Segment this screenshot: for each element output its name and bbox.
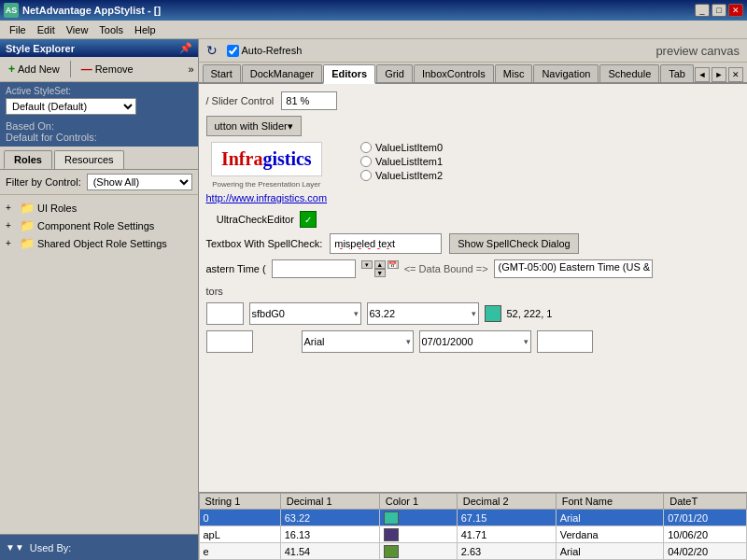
collapse-icon[interactable]: ▼▼ [6,542,24,553]
radio-item-1[interactable]: ValueListItem1 [360,156,443,167]
filter-label: Filter by Control: [6,176,81,188]
editor-value-select-1[interactable]: 63.22 ▾ [367,302,479,325]
col-header-color1[interactable]: Color 1 [379,494,457,510]
dt-input[interactable] [272,259,356,278]
menu-bar: File Edit View Tools Help [0,21,747,39]
editor-font-select-1[interactable]: sfbdG0 ▾ [249,302,361,325]
auto-refresh-checkbox[interactable]: Auto-Refresh [227,45,303,57]
color-swatch-1[interactable] [485,305,501,322]
tab-editors[interactable]: Editors [323,64,375,84]
tree-item-ui-roles[interactable]: + 📁 UI Roles [4,199,194,217]
folder-icon: 📁 [20,201,35,215]
based-on-section: Based On: Default for Controls: [0,119,198,147]
spellcheck-button[interactable]: Show SpellCheck Dialog [449,233,578,254]
minus-icon: — [81,63,92,76]
editors-label: tors [206,286,740,297]
dt-calendar-icon[interactable]: 📅 [388,260,399,269]
dt-bound-label: <= Data Bound => [404,263,488,274]
table-row[interactable]: 0 63.22 67.15 Arial 07/01/20 [199,510,747,526]
preview-title: preview canvas [655,44,740,58]
radio-item-2[interactable]: ValueListItem2 [360,170,443,181]
editor-box-3[interactable] [537,330,593,353]
styleset-select[interactable]: Default (Default) [6,98,136,115]
tab-schedule[interactable]: Schedule [599,64,659,82]
table-row[interactable]: e 41.54 2.63 Arial 04/02/20 [199,543,747,560]
radio-0-label: ValueListItem0 [375,142,443,153]
used-by-section: ▼▼ Used By: [0,534,198,560]
tab-misc[interactable]: Misc [495,64,533,82]
cell-date: 10/06/20 [664,526,747,543]
editors-row-1: sfbdG0 ▾ 63.22 ▾ 52, 222, 1 [206,302,740,325]
check-box-green[interactable]: ✓ [300,211,317,228]
plus-icon: + [8,63,15,76]
minimize-button[interactable]: _ [695,4,710,17]
menu-file[interactable]: File [4,22,32,37]
maximize-button[interactable]: □ [712,4,726,17]
logo-radio-row: Infragistics Powering the Presentation L… [206,142,740,228]
tab-navigation[interactable]: Navigation [533,64,599,82]
cell-decimal2: 67.15 [457,510,556,526]
radio-group: ValueListItem0 ValueListItem1 ValueListI… [360,142,443,181]
filter-control-select[interactable]: (Show All) [87,174,192,190]
tab-grid[interactable]: Grid [376,64,413,82]
folder-icon: 📁 [20,236,35,250]
menu-view[interactable]: View [61,22,94,37]
tab-inboxcontrols[interactable]: InboxControls [414,64,494,82]
dt-spin-down[interactable]: ▼ [374,269,386,277]
panel-options-button[interactable]: » [188,63,193,75]
cell-font: Arial [556,510,663,526]
radio-2-circle [360,170,372,181]
col-header-string1[interactable]: String 1 [199,494,280,510]
menu-edit[interactable]: Edit [32,22,61,37]
grid-area: String 1 Decimal 1 Color 1 Decimal 2 Fon… [199,492,748,560]
radio-item-0[interactable]: ValueListItem0 [360,142,443,153]
tab-scroll-right[interactable]: ► [712,67,726,82]
menu-tools[interactable]: Tools [93,22,129,37]
preview-panel: ↻ Auto-Refresh preview canvas Start Dock… [199,39,748,560]
cell-color1 [379,526,457,543]
tree-item-shared-roles[interactable]: + 📁 Shared Object Role Settings [4,234,194,252]
dt-spin-up[interactable]: ▲ [374,260,386,269]
panel-toolbar: + Add New — Remove » [0,57,198,82]
cell-date: 07/01/20 [664,510,747,526]
refresh-icon[interactable]: ↻ [206,43,221,58]
slider-input[interactable] [281,91,337,110]
menu-help[interactable]: Help [129,22,162,37]
table-row[interactable]: apL 16.13 41.71 Verdana 10/06/20 [199,526,747,543]
preview-tabs-bar: Start DockManager Editors Grid InboxCont… [199,63,748,84]
auto-refresh-input[interactable] [227,45,239,57]
col-header-datet[interactable]: DateT [664,494,747,510]
tree-item-component-roles[interactable]: + 📁 Component Role Settings [4,217,194,234]
remove-button[interactable]: — Remove [77,60,138,78]
active-styleset-label: Active StyleSet: [6,86,192,96]
col-header-decimal1[interactable]: Decimal 1 [280,494,379,510]
spellcheck-row: Textbox With SpellCheck: Show SpellCheck… [206,233,740,254]
spellcheck-input[interactable] [330,233,442,254]
editor-font-select-2[interactable]: Arial ▾ [302,330,414,353]
tab-dockmanager[interactable]: DockManager [242,64,322,82]
editor-select-arrow-2: ▾ [472,309,476,318]
add-new-button[interactable]: + Add New [4,60,64,78]
editor-date-select[interactable]: 07/01/2000 ▾ [419,330,531,353]
tab-start[interactable]: Start [203,64,241,82]
tab-close[interactable]: ✕ [728,67,743,82]
dt-dropdown-arrow[interactable]: ▾ [361,260,373,269]
tab-roles[interactable]: Roles [4,150,52,169]
dt-label: astern Time ( [206,263,266,274]
editor-box-1[interactable] [206,302,244,325]
auto-refresh-label: Auto-Refresh [242,45,303,56]
tab-tab[interactable]: Tab [660,64,694,82]
tab-scroll-left[interactable]: ◄ [695,67,710,82]
cell-date: 04/02/20 [664,543,747,560]
slider-button[interactable]: utton with Slider ▾ [206,116,302,136]
logo-link[interactable]: http://www.infragistics.com [206,192,328,203]
tab-resources[interactable]: Resources [54,150,124,169]
radio-0-circle [360,142,372,153]
expand-icon: + [6,238,17,248]
col-header-decimal2[interactable]: Decimal 2 [457,494,556,510]
dt-spin-arrows: ▲ ▼ [374,260,386,277]
col-header-fontname[interactable]: Font Name [556,494,663,510]
close-button[interactable]: ✕ [728,4,743,17]
editor-box-2[interactable] [206,330,253,353]
folder-icon: 📁 [20,218,35,232]
